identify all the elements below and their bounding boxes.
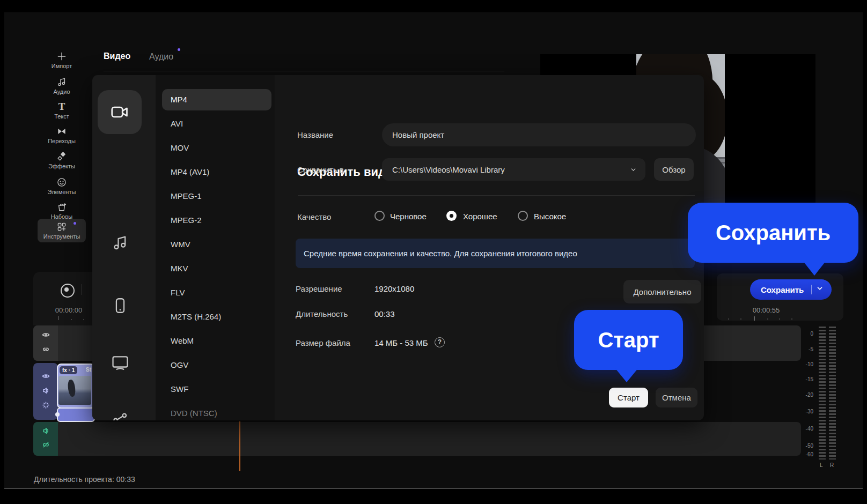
phone-icon	[111, 297, 129, 315]
db-label: -5	[794, 346, 813, 352]
category-video[interactable]	[98, 90, 142, 134]
format-item-flv[interactable]: FLV	[162, 282, 271, 303]
tools-grid-icon	[56, 221, 67, 232]
start-button[interactable]: Старт	[609, 388, 648, 407]
save-path-label: Сохранить в	[297, 165, 344, 174]
resolution-value: 1920x1080	[374, 284, 414, 293]
transitions-icon	[56, 126, 67, 137]
format-item-dvd[interactable]: DVD (NTSC)	[162, 403, 271, 420]
resolution-label: Разрешение	[296, 284, 342, 293]
visibility-eye-icon[interactable]	[42, 331, 50, 341]
format-item-avi[interactable]: AVI	[162, 113, 271, 135]
clip-thumbnail	[58, 376, 91, 405]
filesize-label: Размер файла	[296, 338, 350, 347]
audio-clip[interactable]	[57, 407, 95, 422]
db-label: -60	[794, 451, 813, 457]
chevron-down-icon[interactable]	[812, 285, 824, 294]
tab-audio[interactable]: Аудио	[149, 52, 173, 62]
new-badge-dot	[74, 222, 76, 225]
save-button[interactable]: Сохранить	[750, 279, 832, 300]
category-share[interactable]	[111, 411, 129, 420]
timeline-track-audio[interactable]	[33, 422, 801, 456]
audio-tab-badge-dot	[178, 48, 180, 51]
db-label: -40	[794, 426, 813, 432]
playhead-line[interactable]	[239, 421, 240, 471]
category-tv[interactable]	[111, 353, 129, 372]
format-item-mpeg2[interactable]: MPEG-2	[162, 210, 271, 231]
format-item-mov[interactable]: MOV	[162, 137, 271, 159]
sidebar-item-import[interactable]: Импорт	[35, 48, 89, 72]
name-label: Название	[297, 130, 333, 139]
format-item-wmv[interactable]: WMV	[162, 234, 271, 255]
chevron-down-icon	[630, 166, 637, 173]
sidebar-item-audio[interactable]: Аудио	[35, 74, 89, 98]
db-label: -50	[794, 443, 813, 449]
cancel-button[interactable]: Отмена	[656, 388, 697, 407]
audio-track-header[interactable]	[33, 422, 58, 456]
timeline-playhead-time: 00:00:00	[47, 306, 90, 314]
audio-volume-icon[interactable]	[42, 427, 50, 437]
help-icon[interactable]: ?	[435, 337, 445, 347]
channel-label: L	[820, 462, 823, 468]
db-label: -10	[794, 361, 813, 367]
music-note-icon	[56, 77, 67, 87]
project-name-input[interactable]: Новый проект	[382, 123, 696, 146]
clip-fx-badge: fx · 1	[60, 366, 77, 374]
format-item-mpeg1[interactable]: MPEG-1	[162, 186, 271, 207]
video-clip[interactable]: fx · 1 St	[57, 364, 95, 409]
level-bar-right	[829, 327, 836, 459]
radio-high[interactable]	[518, 211, 528, 221]
quality-label: Качество	[297, 212, 331, 221]
sidebar-item-elements[interactable]: Элементы	[35, 174, 89, 198]
duration-value: 00:33	[374, 309, 395, 318]
radio-draft[interactable]	[374, 211, 385, 221]
radio-high-label[interactable]: Высокое	[534, 212, 566, 221]
video-track-header[interactable]	[33, 363, 58, 420]
format-item-m2ts[interactable]: M2TS (H.264)	[162, 306, 271, 328]
format-item-mp4av1[interactable]: MP4 (AV1)	[162, 161, 271, 183]
link-icon[interactable]	[42, 345, 50, 355]
link-off-icon[interactable]	[42, 441, 50, 451]
timeline-toolbar	[33, 272, 92, 325]
format-item-ogv[interactable]: OGV	[162, 354, 271, 376]
sidebar-item-tools[interactable]: Инструменты	[38, 219, 86, 242]
sidebar-item-effects[interactable]: Эффекты	[35, 149, 89, 172]
channel-label: R	[830, 462, 834, 468]
toolbar-divider	[82, 284, 82, 295]
start-callout-bubble: Старт	[574, 310, 683, 370]
format-item-webm[interactable]: WebM	[162, 330, 271, 352]
advanced-button[interactable]: Дополнительно	[623, 280, 701, 303]
screenshot-root: 00:00:00 fx · 1 St Длительность проекта:…	[0, 0, 867, 504]
quality-info-banner: Средние время сохранения и качество. Для…	[296, 239, 695, 268]
category-audio[interactable]	[111, 234, 129, 252]
format-item-mkv[interactable]: MKV	[162, 258, 271, 279]
radio-good[interactable]	[446, 211, 457, 221]
overlay-track-header[interactable]	[33, 325, 58, 361]
motion-effects-icon[interactable]	[42, 401, 50, 411]
radio-draft-label[interactable]: Черновое	[390, 212, 427, 221]
record-icon[interactable]	[61, 284, 75, 298]
packs-bag-icon	[56, 202, 67, 212]
tabs-divider	[104, 71, 504, 71]
save-callout-bubble: Сохранить	[688, 203, 858, 263]
plus-icon	[56, 51, 67, 62]
format-item-swf[interactable]: SWF	[162, 379, 271, 400]
category-devices[interactable]	[111, 297, 129, 315]
tab-video[interactable]: Видео	[104, 51, 130, 61]
project-duration-status: Длительность проекта: 00:33	[34, 475, 135, 484]
filesize-value: 14 МБ - 53 МБ	[374, 338, 428, 347]
duration-label: Длительность	[296, 309, 348, 318]
effects-icon	[56, 151, 67, 162]
format-item-mp4[interactable]: MP4	[162, 89, 271, 110]
export-timeline-time: 00:00:55	[744, 306, 789, 314]
form-divider	[298, 195, 695, 196]
audio-volume-icon[interactable]	[42, 387, 50, 397]
sidebar-item-text[interactable]: T Текст	[35, 99, 89, 122]
window-bottom-divider	[4, 488, 863, 488]
save-path-select[interactable]: C:\Users\Videos\Movavi Library	[382, 158, 645, 181]
radio-good-label[interactable]: Хорошее	[463, 212, 497, 221]
browse-button[interactable]: Обзор	[654, 158, 694, 181]
db-label: -30	[794, 409, 813, 414]
sidebar-item-transitions[interactable]: Переходы	[35, 123, 89, 147]
visibility-eye-icon[interactable]	[42, 372, 50, 382]
